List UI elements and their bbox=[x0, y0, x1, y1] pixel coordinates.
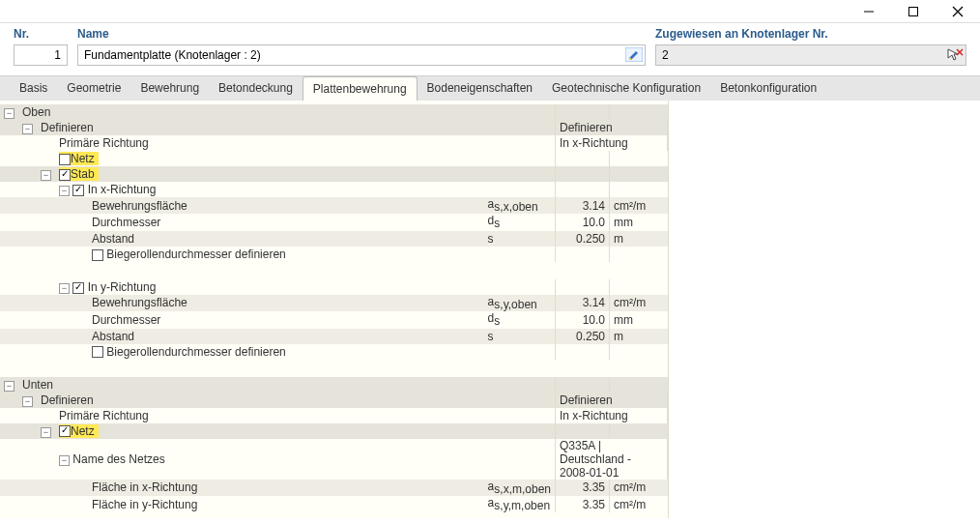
row-stab-oben[interactable]: − Stab bbox=[0, 166, 668, 182]
nr-label: Nr. bbox=[14, 27, 68, 41]
select-nodes-icon[interactable] bbox=[946, 47, 964, 62]
collapse-icon[interactable]: − bbox=[41, 427, 51, 438]
tab-bewehrung[interactable]: Bewehrung bbox=[130, 76, 209, 101]
zugewiesen-input[interactable] bbox=[655, 44, 966, 66]
row-netz-oben[interactable]: Netz bbox=[0, 151, 668, 166]
row-abstand-y[interactable]: Abstand s 0.250 m bbox=[0, 329, 668, 344]
collapse-icon[interactable]: − bbox=[4, 381, 14, 392]
biegerollen-y-checkbox[interactable] bbox=[92, 346, 103, 358]
svg-rect-1 bbox=[909, 7, 918, 15]
property-tree: − Oben − Definieren Definieren Primäre R… bbox=[0, 101, 669, 518]
in-y-checkbox[interactable] bbox=[72, 282, 84, 294]
maximize-button[interactable] bbox=[891, 0, 936, 23]
row-unten-primaere-richtung[interactable]: Primäre Richtung In x-Richtung bbox=[0, 408, 668, 423]
biegerollen-x-checkbox[interactable] bbox=[92, 249, 103, 261]
close-button[interactable] bbox=[936, 0, 980, 23]
tab-geometrie[interactable]: Geometrie bbox=[57, 76, 130, 101]
edit-name-icon[interactable] bbox=[625, 47, 643, 62]
tab-betonkonfiguration[interactable]: Betonkonfiguration bbox=[710, 76, 826, 101]
collapse-icon[interactable]: − bbox=[22, 396, 33, 407]
tab-basis[interactable]: Basis bbox=[10, 76, 57, 101]
row-primaere-richtung[interactable]: Primäre Richtung In x-Richtung bbox=[0, 135, 668, 151]
row-biegerollen-x[interactable]: Biegerollendurchmesser definieren bbox=[0, 247, 668, 262]
tab-geotechnische-konfiguration[interactable]: Geotechnische Konfiguration bbox=[542, 76, 710, 101]
minimize-button[interactable] bbox=[847, 0, 891, 23]
row-bewehrungsflaeche-x: Bewehrungsfläche as,x,oben 3.14 cm²/m bbox=[0, 197, 668, 214]
collapse-icon[interactable]: − bbox=[41, 170, 51, 181]
name-input[interactable] bbox=[77, 44, 646, 66]
tab-betondeckung[interactable]: Betondeckung bbox=[209, 76, 303, 101]
row-bewehrungsflaeche-y: Bewehrungsfläche as,y,oben 3.14 cm²/m bbox=[0, 295, 668, 311]
nr-input[interactable] bbox=[14, 44, 68, 66]
row-unten-definieren[interactable]: − Definieren Definieren bbox=[0, 393, 668, 408]
row-oben[interactable]: − Oben bbox=[0, 104, 668, 120]
zugewiesen-label: Zugewiesen an Knotenlager Nr. bbox=[655, 27, 966, 41]
row-in-x-richtung[interactable]: − In x-Richtung bbox=[0, 182, 668, 197]
row-flaeche-y: Fläche in y-Richtung as,y,m,oben 3.35 cm… bbox=[0, 496, 668, 512]
stab-checkbox[interactable] bbox=[59, 169, 71, 181]
tab-bar: Basis Geometrie Bewehrung Betondeckung P… bbox=[0, 75, 980, 101]
collapse-icon[interactable]: − bbox=[22, 124, 33, 134]
row-unten[interactable]: − Unten bbox=[0, 377, 668, 393]
row-name-netz[interactable]: − Name des Netzes Q335A | Deutschland - … bbox=[0, 439, 668, 480]
collapse-icon[interactable]: − bbox=[59, 455, 70, 466]
row-flaeche-x: Fläche in x-Richtung as,x,m,oben 3.35 cm… bbox=[0, 480, 668, 496]
in-x-checkbox[interactable] bbox=[72, 185, 84, 196]
window-titlebar bbox=[0, 0, 980, 23]
main-area: − Oben − Definieren Definieren Primäre R… bbox=[0, 101, 980, 518]
row-durchmesser-x[interactable]: Durchmesser ds 10.0 mm bbox=[0, 214, 668, 230]
row-biegerollen-y[interactable]: Biegerollendurchmesser definieren bbox=[0, 344, 668, 360]
collapse-icon[interactable]: − bbox=[59, 283, 70, 294]
preview-pane bbox=[669, 101, 980, 518]
row-abstand-x[interactable]: Abstand s 0.250 m bbox=[0, 231, 668, 247]
svg-rect-5 bbox=[629, 58, 631, 60]
header-fields: Nr. Name Zugewiesen an Knotenlager Nr. bbox=[0, 23, 980, 75]
netz-unten-checkbox[interactable] bbox=[59, 425, 71, 437]
row-oben-definieren[interactable]: − Definieren Definieren bbox=[0, 120, 668, 135]
tab-bodeneigenschaften[interactable]: Bodeneigenschaften bbox=[418, 76, 542, 101]
netz-checkbox[interactable] bbox=[59, 154, 71, 165]
collapse-icon[interactable]: − bbox=[59, 186, 70, 196]
row-in-y-richtung[interactable]: − In y-Richtung bbox=[0, 279, 668, 295]
tab-plattenbewehrung[interactable]: Plattenbewehrung bbox=[303, 76, 418, 101]
row-netz-unten[interactable]: − Netz bbox=[0, 423, 668, 439]
collapse-icon[interactable]: − bbox=[4, 108, 14, 119]
name-label: Name bbox=[77, 27, 646, 41]
row-durchmesser-y[interactable]: Durchmesser ds 10.0 mm bbox=[0, 311, 668, 328]
